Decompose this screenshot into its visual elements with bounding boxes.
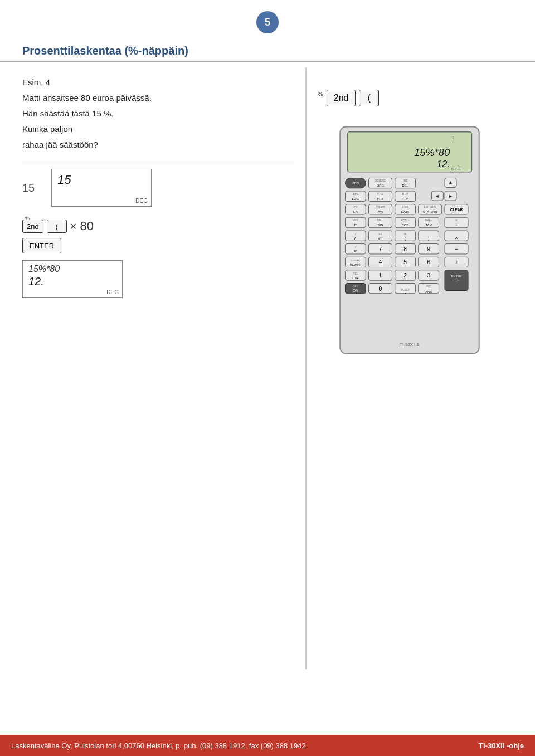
svg-text:ON: ON [353,289,358,292]
svg-text:SCI/ENG: SCI/ENG [375,179,386,182]
step-divider [22,163,294,163]
step1-row: 15 15 DEG [22,169,294,207]
svg-text:LOG: LOG [352,197,359,201]
step2-result: 12. [28,275,116,288]
svg-text:×: × [455,235,458,241]
problem-line2: Hän säästää tästä 15 %. [22,107,294,120]
page-title: Prosenttilaskentaa (%-näppäin) [0,39,535,62]
svg-text:K: K [455,219,457,222]
svg-text:A%: A% [378,210,383,213]
right-pct-super: % [318,91,323,97]
svg-text:3: 3 [427,272,430,279]
svg-text:DATA: DATA [401,210,410,213]
svg-text:x²: x² [354,249,357,253]
svg-text:2nd: 2nd [352,181,359,186]
svg-text:TI-30X IIS: TI-30X IIS [400,342,419,347]
svg-text:MEMVAR: MEMVAR [350,264,361,266]
svg-text:SIN⁻¹: SIN⁻¹ [377,219,384,222]
step1-number: 15 [22,182,45,194]
svg-text:−: − [455,245,459,253]
steps-area: 15 15 DEG % 2nd ( [22,169,294,298]
svg-text:4: 4 [379,258,382,265]
key-times-symbol: × [70,220,77,233]
right-key-display: % 2nd ( [318,90,379,106]
svg-text:F↔D: F↔D [377,193,383,196]
svg-text:∧: ∧ [354,236,357,240]
svg-text:HYP: HYP [353,219,358,222]
svg-text:): ) [428,236,429,241]
svg-text:5: 5 [403,258,407,265]
svg-text:2: 2 [403,272,407,279]
svg-text:▲: ▲ [448,179,453,186]
svg-text:TAN: TAN [425,223,431,227]
svg-text:DEG: DEG [451,167,461,172]
svg-text:TAN⁻¹: TAN⁻¹ [425,219,432,222]
page-number: 5 [256,11,279,33]
svg-text:DEL: DEL [402,184,408,187]
svg-text:7: 7 [379,246,382,252]
right-panel: % 2nd ( t 15%*80 12. DEG [307,67,518,669]
svg-text:COS: COS [402,223,409,227]
footer-left: Laskentaväline Oy, Puistolan tori 4,0076… [11,742,306,750]
svg-text:6: 6 [427,258,430,265]
step2-row: % 2nd ( × 80 ENTER [22,216,294,298]
svg-text:√: √ [354,232,356,236]
svg-text:8: 8 [403,246,407,252]
step2-deg: DEG [106,289,119,295]
svg-text:CLRVAR: CLRVAR [351,259,360,262]
svg-text:◄: ◄ [435,193,440,199]
pct-super: % [25,216,30,221]
svg-text:PRB: PRB [377,197,383,201]
problem-line3: Kuinka paljon [22,123,294,136]
svg-text:STAT: STAT [402,206,408,208]
key-enter[interactable]: ENTER [22,238,61,253]
svg-text:STO►: STO► [352,277,359,280]
key-2nd[interactable]: % 2nd [22,220,43,233]
svg-text:ANS: ANS [425,290,432,294]
svg-text:COS⁻¹: COS⁻¹ [401,219,410,222]
svg-text:OFF: OFF [353,285,358,288]
svg-text:9: 9 [427,246,430,252]
svg-text:0: 0 [379,285,382,292]
calculator-image: t 15%*80 12. DEG 2nd SCI/ENG DRG INS DEL… [332,123,499,357]
svg-text:15%*80: 15%*80 [414,147,450,158]
problem-text: Esim. 4 Matti ansaitsee 80 euroa päiväss… [22,76,294,152]
svg-text:=: = [455,278,458,283]
svg-text:%: % [404,233,406,236]
svg-text:12.: 12. [436,159,450,169]
step2-expr: 15%*80 [28,264,116,274]
left-panel: Esim. 4 Matti ansaitsee 80 euroa päiväss… [17,67,307,669]
right-key-paren[interactable]: ( [359,90,379,106]
svg-text:1: 1 [379,272,382,279]
svg-text:√: √ [354,245,356,248]
step1-display: 15 DEG [51,169,152,207]
svg-text:STATVAR: STATVAR [423,210,437,213]
svg-text:e^x: e^x [353,206,358,208]
svg-text:FIX: FIX [427,285,431,288]
svg-text:LN: LN [353,210,358,213]
svg-text:π: π [354,223,357,227]
svg-text:÷: ÷ [455,222,458,227]
main-content: Esim. 4 Matti ansaitsee 80 euroa päiväss… [0,62,535,675]
example-label: Esim. 4 [22,76,294,89]
step2-display: 15%*80 12. DEG [22,260,123,298]
svg-text:10^5: 10^5 [353,193,358,196]
svg-text:EE: EE [378,233,382,236]
step1-display-value: 15 [57,173,145,187]
svg-text:SIN: SIN [378,223,383,227]
svg-text:INS: INS [403,179,407,182]
svg-text:CLEAR: CLEAR [450,208,463,212]
svg-text:A%+d%: A%+d% [376,206,385,208]
svg-text:►: ► [448,193,453,199]
svg-text:+: + [455,258,459,266]
key-paren[interactable]: ( [47,220,67,233]
problem-line4: rahaa jää säästöön? [22,138,294,152]
svg-text:•: • [405,291,406,296]
svg-text:DRG: DRG [377,184,385,187]
footer: Laskentaväline Oy, Puistolan tori 4,0076… [0,735,535,756]
step-number-80: 80 [80,219,93,233]
right-key-2nd[interactable]: 2nd [327,90,356,106]
problem-line1: Matti ansaitsee 80 euroa päivässä. [22,91,294,105]
step1-deg: DEG [135,198,148,204]
svg-text:x⁻¹: x⁻¹ [378,237,383,240]
